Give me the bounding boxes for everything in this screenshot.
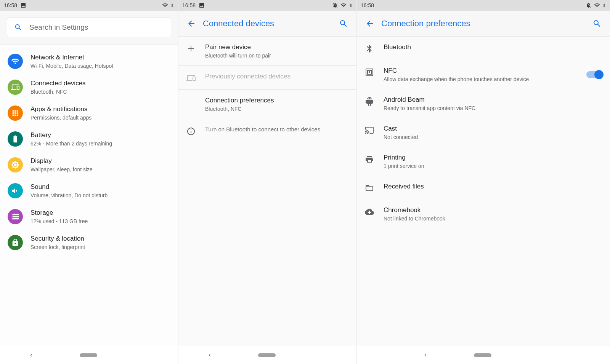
item-subtitle: Wallpaper, sleep, font size [30,166,93,172]
dnd-icon [332,2,338,8]
search-button[interactable] [336,16,351,31]
status-bar: 16:58 [0,0,178,11]
settings-item-apps[interactable]: Apps & notifications Permissions, defaul… [0,100,178,126]
row-title: Received files [384,183,602,190]
row-subtitle: Allow data exchange when the phone touch… [384,76,577,82]
back-button[interactable] [184,16,199,31]
plus-icon [186,44,196,53]
item-subtitle: Permissions, default apps [30,115,92,121]
lock-icon [8,235,23,250]
row-title: Pair new device [205,43,349,51]
nav-bar [357,346,610,364]
item-title: Sound [30,183,108,191]
settings-item-brightness[interactable]: Display Wallpaper, sleep, font size [0,152,178,178]
item-title: Battery [30,131,112,139]
pref-item-print[interactable]: Printing1 print service on [357,147,610,176]
row-subtitle: Ready to transmit app content via NFC [384,105,602,111]
item-title: Network & Internet [30,54,113,61]
item-subtitle: Wi-Fi, Mobile, Data usage, Hotspot [30,63,113,69]
storage-icon [8,209,23,224]
row-title: Cast [384,125,602,133]
status-bar: 16:58 [178,0,356,11]
screenshot-icon [20,2,26,8]
back-button[interactable] [362,16,377,31]
item-subtitle: 62% - More than 2 days remaining [30,140,112,147]
bluetooth-icon [364,44,374,53]
item-subtitle: Volume, vibration, Do not disturb [30,192,108,198]
screen-settings: 16:58 Search in Settings Network & Inter… [0,0,178,364]
title-bar: Connection preferences [357,11,610,37]
row-title: Printing [384,154,602,161]
status-time: 16:58 [4,2,17,8]
previously-connected: Previously connected devices [178,66,356,90]
android-icon [364,97,374,106]
nav-home-pill[interactable] [474,353,491,357]
search-icon [14,23,22,32]
battery-icon [349,2,353,8]
battery-icon [170,2,174,8]
row-subtitle: Bluetooth will turn on to pair [205,53,349,59]
row-title: NFC [384,67,577,75]
battery-icon [602,2,606,8]
chevron-left-icon [29,353,34,358]
status-time: 16:58 [182,2,196,8]
settings-item-lock[interactable]: Security & location Screen lock, fingerp… [0,230,178,255]
item-subtitle: Screen lock, fingerprint [30,244,85,250]
wifi-icon [340,2,347,8]
nav-back-button[interactable] [423,353,428,358]
nav-back-button[interactable] [207,353,212,358]
page-title: Connected devices [199,19,336,29]
pref-item-cloud-download[interactable]: ChromebookNot linked to Chromebook [357,200,610,228]
nav-back-button[interactable] [29,353,34,358]
toggle-switch[interactable] [586,71,602,78]
item-subtitle: 12% used - 113 GB free [30,218,88,224]
search-input[interactable]: Search in Settings [7,18,171,37]
nav-bar [178,346,356,364]
apps-icon [8,105,23,121]
row-title: Bluetooth [384,43,602,51]
settings-item-devices[interactable]: Connected devices Bluetooth, NFC [0,74,178,100]
connection-preferences[interactable]: Connection preferences Bluetooth, NFC [178,90,356,119]
pref-item-folder[interactable]: Received files [357,176,610,200]
search-button[interactable] [589,16,605,31]
dnd-icon [586,2,592,8]
pref-item-nfc[interactable]: NFCAllow data exchange when the phone to… [357,60,610,89]
nav-home-pill[interactable] [80,353,97,357]
print-icon [364,155,374,164]
pref-item-android[interactable]: Android BeamReady to transmit app conten… [357,89,610,118]
item-title: Security & location [30,235,85,243]
settings-item-battery[interactable]: Battery 62% - More than 2 days remaining [0,126,178,152]
status-time: 16:58 [361,2,374,8]
settings-item-sound[interactable]: Sound Volume, vibration, Do not disturb [0,178,178,204]
page-title: Connection preferences [377,19,589,29]
status-bar: 16:58 [357,0,610,11]
arrow-back-icon [187,19,196,28]
item-title: Storage [30,209,88,217]
cast-icon [364,126,374,135]
nav-home-pill[interactable] [258,353,276,357]
wifi-icon [162,2,168,8]
item-title: Apps & notifications [30,105,92,113]
row-subtitle: Bluetooth, NFC [205,106,349,112]
devices-icon [8,80,23,95]
row-title: Chromebook [384,206,602,214]
devices-icon [186,73,196,83]
row-title: Previously connected devices [205,73,349,80]
folder-icon [364,184,374,193]
row-subtitle: 1 print service on [384,163,602,169]
pref-item-cast[interactable]: CastNot connected [357,118,610,147]
search-container: Search in Settings [0,11,178,45]
title-bar: Connected devices [178,11,356,37]
row-title: Connection preferences [205,97,349,104]
brightness-icon [8,157,23,172]
settings-item-storage[interactable]: Storage 12% used - 113 GB free [0,204,178,230]
item-title: Display [30,157,93,165]
settings-item-wifi[interactable]: Network & Internet Wi-Fi, Mobile, Data u… [0,48,178,74]
wifi-icon [8,54,23,69]
pair-new-device[interactable]: Pair new device Bluetooth will turn on t… [178,37,356,66]
pref-item-bluetooth[interactable]: Bluetooth [357,37,610,60]
info-icon [186,127,196,136]
search-icon [592,19,602,28]
chevron-left-icon [423,353,428,358]
row-subtitle: Not linked to Chromebook [384,216,602,222]
